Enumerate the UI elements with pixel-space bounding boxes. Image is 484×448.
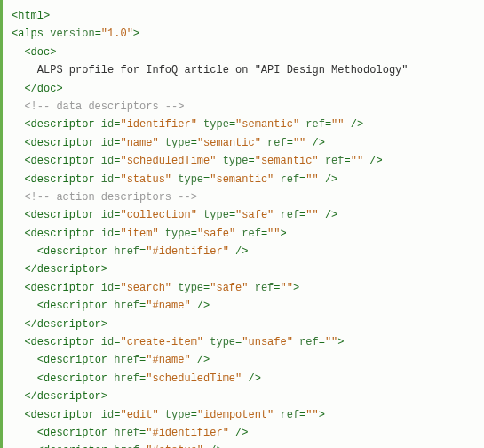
- desc-item-child: <descriptor: [37, 245, 107, 258]
- html-open-tag: <html>: [12, 10, 50, 22]
- desc-create-close: </descriptor>: [24, 390, 107, 403]
- desc-item-open: <descriptor: [24, 228, 94, 240]
- desc-create-open: <descriptor: [24, 336, 94, 348]
- alps-open: <alps: [12, 28, 44, 40]
- desc-search-open: <descriptor: [24, 282, 94, 294]
- desc-scheduledTime: <descriptor: [24, 155, 94, 167]
- doc-text: ALPS profile for InfoQ article on "API D…: [37, 64, 409, 76]
- desc-edit-child1: <descriptor: [37, 427, 107, 439]
- desc-identifier: <descriptor: [24, 118, 94, 131]
- attr-version: version: [50, 28, 94, 40]
- desc-search-close: </descriptor>: [24, 318, 107, 331]
- desc-edit-child2: <descriptor: [37, 444, 107, 448]
- desc-collection: <descriptor: [24, 209, 94, 221]
- doc-open: <doc>: [24, 46, 56, 59]
- xml-code-block: <html> <alps version="1.0"> <doc> ALPS p…: [0, 0, 484, 448]
- desc-search-child: <descriptor: [37, 300, 107, 312]
- val-version: "1.0": [101, 28, 133, 40]
- desc-create-child2: <descriptor: [37, 372, 107, 385]
- comment-action: <!-- action descriptors -->: [24, 191, 196, 204]
- desc-item-close: </descriptor>: [24, 263, 107, 276]
- doc-close: </doc>: [24, 83, 62, 95]
- desc-create-child1: <descriptor: [37, 354, 107, 366]
- desc-status: <descriptor: [24, 173, 94, 186]
- desc-name: <descriptor: [24, 137, 94, 149]
- comment-data: <!-- data descriptors -->: [24, 100, 184, 113]
- desc-edit-open: <descriptor: [24, 409, 94, 421]
